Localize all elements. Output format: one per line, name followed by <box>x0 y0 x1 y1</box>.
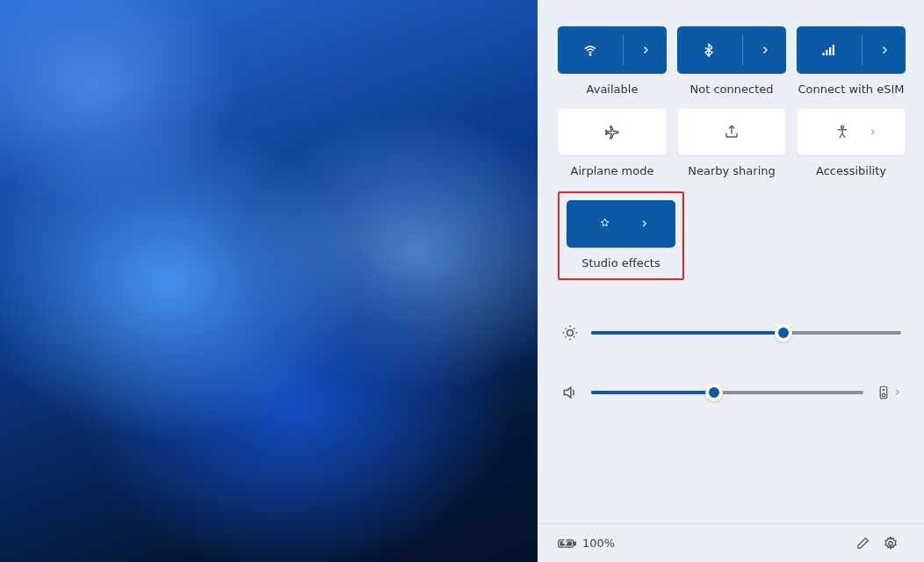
cellular-tile[interactable] <box>797 26 906 74</box>
share-icon <box>724 124 740 140</box>
chevron-right-icon <box>869 128 877 136</box>
brightness-slider-row <box>558 324 905 342</box>
svg-point-8 <box>882 393 885 397</box>
nearby-sharing-tile[interactable] <box>677 108 786 155</box>
chevron-right-icon <box>640 45 651 55</box>
svg-point-13 <box>889 541 893 545</box>
battery-icon <box>558 537 577 550</box>
svg-rect-2 <box>826 50 827 55</box>
studio-effects-tile[interactable] <box>567 200 675 248</box>
settings-button[interactable] <box>877 530 905 558</box>
quick-settings-panel: Available Not connected <box>538 0 924 562</box>
brightness-slider[interactable] <box>591 331 901 335</box>
bluetooth-tile[interactable] <box>677 26 786 74</box>
accessibility-tile[interactable] <box>797 108 906 155</box>
studio-effects-icon <box>600 217 614 231</box>
edit-button[interactable] <box>848 530 877 558</box>
brightness-icon <box>561 324 579 342</box>
svg-point-0 <box>589 54 591 56</box>
wifi-icon <box>582 42 598 58</box>
svg-point-9 <box>883 389 884 391</box>
accessibility-icon <box>834 124 850 140</box>
chevron-right-icon <box>639 219 649 228</box>
chevron-right-icon <box>879 45 890 55</box>
volume-slider[interactable] <box>591 391 863 394</box>
volume-thumb[interactable] <box>705 384 723 401</box>
brightness-thumb[interactable] <box>775 324 792 342</box>
svg-point-6 <box>567 329 574 335</box>
svg-rect-1 <box>823 53 825 55</box>
bluetooth-label: Not connected <box>690 83 774 97</box>
svg-point-5 <box>841 126 844 128</box>
studio-effects-highlight: Studio effects <box>558 191 905 280</box>
svg-rect-11 <box>574 542 576 544</box>
airplane-tile[interactable] <box>558 108 667 155</box>
wifi-tile[interactable] <box>558 26 667 74</box>
accessibility-label: Accessibility <box>816 164 886 179</box>
svg-rect-3 <box>829 47 831 55</box>
chevron-right-icon <box>760 45 770 55</box>
battery-text: 100% <box>582 537 615 550</box>
audio-output-button[interactable] <box>876 385 901 400</box>
svg-rect-4 <box>833 45 834 55</box>
studio-effects-label: Studio effects <box>581 256 661 271</box>
signal-bars-icon <box>821 42 837 58</box>
volume-slider-row <box>558 384 905 401</box>
airplane-icon <box>604 124 620 140</box>
cellular-label: Connect with eSIM <box>798 83 905 97</box>
wifi-label: Available <box>587 83 639 97</box>
volume-icon <box>561 384 579 401</box>
airplane-label: Airplane mode <box>571 164 654 179</box>
bluetooth-icon <box>702 43 716 57</box>
quick-tiles-grid: Available Not connected <box>558 26 905 179</box>
nearby-label: Nearby sharing <box>688 164 776 179</box>
panel-footer: 100% <box>538 523 924 562</box>
